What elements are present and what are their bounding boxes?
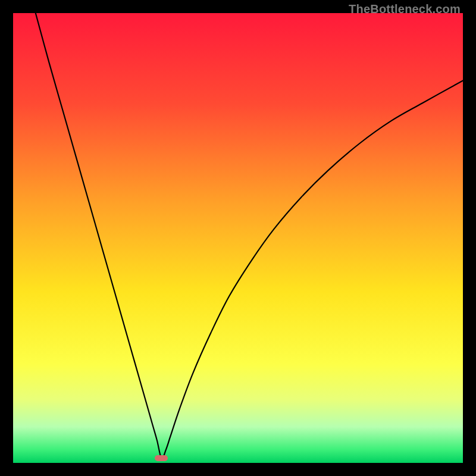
chart-frame xyxy=(13,13,463,463)
optimal-point-marker xyxy=(155,455,168,461)
chart-svg xyxy=(13,13,463,463)
chart-background xyxy=(13,13,463,463)
